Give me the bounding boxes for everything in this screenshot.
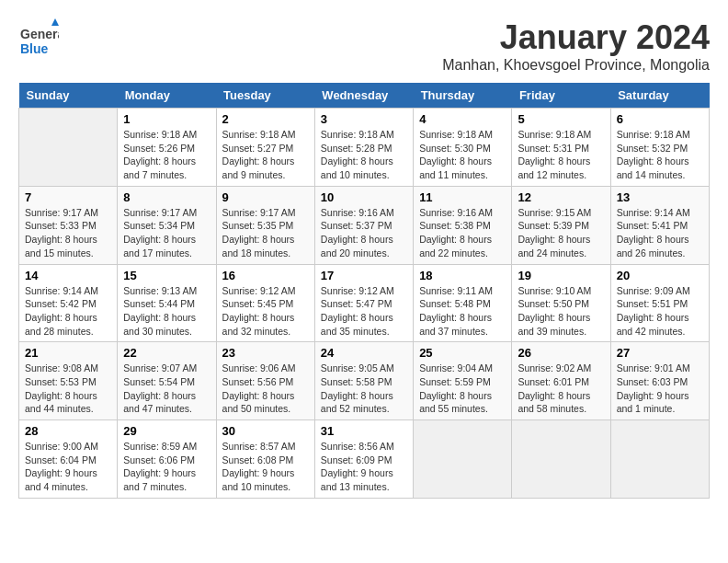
calendar-cell: 25Sunrise: 9:04 AMSunset: 5:59 PMDayligh… [414, 342, 512, 420]
calendar-cell: 27Sunrise: 9:01 AMSunset: 6:03 PMDayligh… [610, 342, 709, 420]
day-number: 24 [321, 346, 407, 360]
day-info: Sunrise: 9:05 AMSunset: 5:58 PMDaylight:… [321, 362, 407, 416]
calendar-day-header: Saturday [610, 83, 709, 109]
calendar-cell: 1Sunrise: 9:18 AMSunset: 5:26 PMDaylight… [118, 109, 216, 187]
calendar-week-row: 21Sunrise: 9:08 AMSunset: 5:53 PMDayligh… [19, 342, 710, 420]
calendar-day-header: Wednesday [314, 83, 413, 109]
calendar-day-header: Monday [118, 83, 216, 109]
day-info: Sunrise: 9:10 AMSunset: 5:50 PMDaylight:… [518, 284, 604, 339]
day-number: 3 [321, 112, 407, 126]
calendar-table: SundayMondayTuesdayWednesdayThursdayFrid… [18, 83, 710, 499]
logo-icon: General Blue [18, 18, 59, 59]
day-number: 14 [25, 269, 111, 282]
calendar-cell: 13Sunrise: 9:14 AMSunset: 5:41 PMDayligh… [610, 186, 709, 264]
calendar-cell: 3Sunrise: 9:18 AMSunset: 5:28 PMDaylight… [314, 109, 413, 187]
day-number: 23 [222, 346, 309, 360]
day-number: 9 [222, 190, 309, 204]
day-number: 27 [617, 346, 703, 360]
day-number: 29 [123, 424, 210, 438]
day-number: 7 [25, 190, 111, 204]
logo: General Blue [18, 18, 59, 59]
day-info: Sunrise: 9:18 AMSunset: 5:28 PMDaylight:… [321, 128, 407, 182]
calendar-cell: 4Sunrise: 9:18 AMSunset: 5:30 PMDaylight… [414, 109, 512, 187]
day-info: Sunrise: 8:56 AMSunset: 6:09 PMDaylight:… [321, 440, 407, 494]
day-info: Sunrise: 9:16 AMSunset: 5:38 PMDaylight:… [419, 206, 506, 260]
calendar-day-header: Friday [512, 83, 610, 109]
day-number: 12 [518, 190, 604, 204]
calendar-cell: 20Sunrise: 9:09 AMSunset: 5:51 PMDayligh… [610, 264, 709, 342]
day-number: 31 [321, 424, 407, 438]
day-number: 18 [419, 269, 506, 282]
day-info: Sunrise: 9:14 AMSunset: 5:42 PMDaylight:… [25, 284, 111, 339]
day-info: Sunrise: 9:16 AMSunset: 5:37 PMDaylight:… [321, 206, 407, 260]
day-info: Sunrise: 9:18 AMSunset: 5:26 PMDaylight:… [123, 128, 210, 182]
calendar-cell [19, 109, 118, 187]
day-info: Sunrise: 9:15 AMSunset: 5:39 PMDaylight:… [518, 206, 604, 260]
calendar-cell: 16Sunrise: 9:12 AMSunset: 5:45 PMDayligh… [216, 264, 314, 342]
calendar-day-header: Thursday [414, 83, 512, 109]
calendar-cell: 12Sunrise: 9:15 AMSunset: 5:39 PMDayligh… [512, 186, 610, 264]
svg-marker-2 [51, 18, 59, 26]
day-info: Sunrise: 9:14 AMSunset: 5:41 PMDaylight:… [617, 206, 703, 260]
calendar-day-header: Tuesday [216, 83, 314, 109]
calendar-cell: 6Sunrise: 9:18 AMSunset: 5:32 PMDaylight… [610, 109, 709, 187]
calendar-cell: 30Sunrise: 8:57 AMSunset: 6:08 PMDayligh… [216, 420, 314, 499]
day-info: Sunrise: 9:09 AMSunset: 5:51 PMDaylight:… [617, 284, 703, 339]
day-number: 17 [321, 269, 407, 282]
day-info: Sunrise: 9:12 AMSunset: 5:45 PMDaylight:… [222, 284, 309, 339]
day-number: 19 [518, 269, 604, 282]
svg-text:Blue: Blue [20, 41, 49, 56]
calendar-cell [610, 420, 709, 499]
day-info: Sunrise: 9:13 AMSunset: 5:44 PMDaylight:… [123, 284, 210, 339]
calendar-cell: 24Sunrise: 9:05 AMSunset: 5:58 PMDayligh… [314, 342, 413, 420]
day-info: Sunrise: 9:11 AMSunset: 5:48 PMDaylight:… [419, 284, 506, 339]
day-number: 26 [518, 346, 604, 360]
calendar-cell: 2Sunrise: 9:18 AMSunset: 5:27 PMDaylight… [216, 109, 314, 187]
calendar-cell [512, 420, 610, 499]
day-number: 1 [123, 112, 210, 126]
calendar-cell: 17Sunrise: 9:12 AMSunset: 5:47 PMDayligh… [314, 264, 413, 342]
calendar-cell: 28Sunrise: 9:00 AMSunset: 6:04 PMDayligh… [19, 420, 118, 499]
calendar-cell: 7Sunrise: 9:17 AMSunset: 5:33 PMDaylight… [19, 186, 118, 264]
calendar-cell: 15Sunrise: 9:13 AMSunset: 5:44 PMDayligh… [118, 264, 216, 342]
calendar-week-row: 28Sunrise: 9:00 AMSunset: 6:04 PMDayligh… [19, 420, 710, 499]
calendar-cell: 10Sunrise: 9:16 AMSunset: 5:37 PMDayligh… [314, 186, 413, 264]
day-info: Sunrise: 9:17 AMSunset: 5:33 PMDaylight:… [25, 206, 111, 260]
title-area: January 2024 Manhan, Khoevsgoel Province… [442, 18, 710, 74]
calendar-cell: 5Sunrise: 9:18 AMSunset: 5:31 PMDaylight… [512, 109, 610, 187]
day-number: 6 [617, 112, 703, 126]
day-info: Sunrise: 9:08 AMSunset: 5:53 PMDaylight:… [25, 362, 111, 416]
calendar-cell: 23Sunrise: 9:06 AMSunset: 5:56 PMDayligh… [216, 342, 314, 420]
calendar-day-header: Sunday [19, 83, 118, 109]
day-info: Sunrise: 9:01 AMSunset: 6:03 PMDaylight:… [617, 362, 703, 416]
day-number: 21 [25, 346, 111, 360]
day-number: 28 [25, 424, 111, 438]
day-info: Sunrise: 9:00 AMSunset: 6:04 PMDaylight:… [25, 440, 111, 494]
subtitle: Manhan, Khoevsgoel Province, Mongolia [442, 57, 710, 74]
calendar-cell: 29Sunrise: 8:59 AMSunset: 6:06 PMDayligh… [118, 420, 216, 499]
day-info: Sunrise: 9:17 AMSunset: 5:35 PMDaylight:… [222, 206, 309, 260]
calendar-cell: 19Sunrise: 9:10 AMSunset: 5:50 PMDayligh… [512, 264, 610, 342]
calendar-cell: 18Sunrise: 9:11 AMSunset: 5:48 PMDayligh… [414, 264, 512, 342]
day-number: 2 [222, 112, 309, 126]
calendar-cell: 31Sunrise: 8:56 AMSunset: 6:09 PMDayligh… [314, 420, 413, 499]
day-number: 13 [617, 190, 703, 204]
calendar-cell: 9Sunrise: 9:17 AMSunset: 5:35 PMDaylight… [216, 186, 314, 264]
day-number: 8 [123, 190, 210, 204]
day-info: Sunrise: 9:18 AMSunset: 5:31 PMDaylight:… [518, 128, 604, 182]
day-number: 16 [222, 269, 309, 282]
calendar-cell: 14Sunrise: 9:14 AMSunset: 5:42 PMDayligh… [19, 264, 118, 342]
day-info: Sunrise: 9:12 AMSunset: 5:47 PMDaylight:… [321, 284, 407, 339]
day-number: 5 [518, 112, 604, 126]
calendar-week-row: 14Sunrise: 9:14 AMSunset: 5:42 PMDayligh… [19, 264, 710, 342]
day-info: Sunrise: 9:18 AMSunset: 5:32 PMDaylight:… [617, 128, 703, 182]
day-info: Sunrise: 9:18 AMSunset: 5:27 PMDaylight:… [222, 128, 309, 182]
day-info: Sunrise: 9:02 AMSunset: 6:01 PMDaylight:… [518, 362, 604, 416]
calendar-cell [414, 420, 512, 499]
day-info: Sunrise: 9:07 AMSunset: 5:54 PMDaylight:… [123, 362, 210, 416]
calendar-cell: 26Sunrise: 9:02 AMSunset: 6:01 PMDayligh… [512, 342, 610, 420]
calendar-week-row: 1Sunrise: 9:18 AMSunset: 5:26 PMDaylight… [19, 109, 710, 187]
day-number: 20 [617, 269, 703, 282]
calendar-cell: 21Sunrise: 9:08 AMSunset: 5:53 PMDayligh… [19, 342, 118, 420]
main-title: January 2024 [442, 18, 710, 57]
